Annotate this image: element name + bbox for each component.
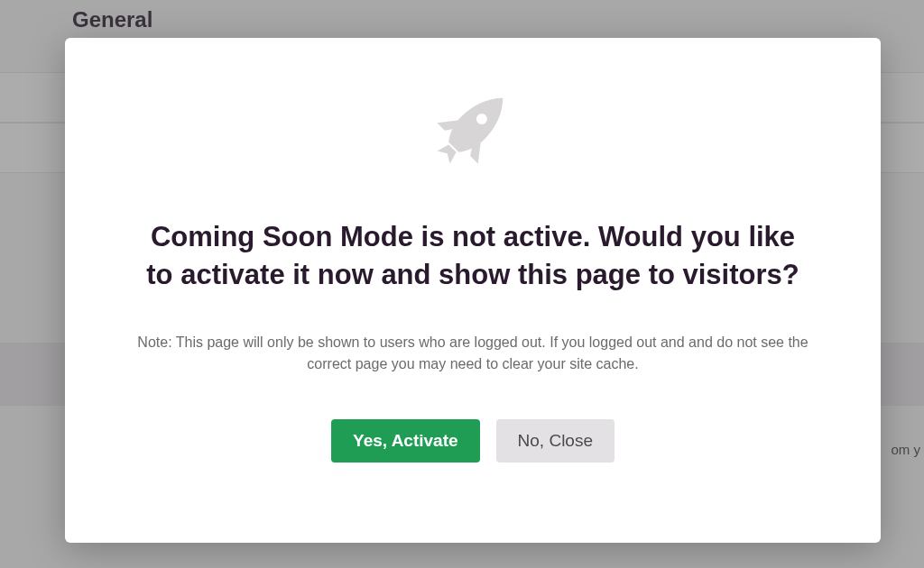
modal-actions: Yes, Activate No, Close <box>331 419 614 463</box>
activation-modal: Coming Soon Mode is not active. Would yo… <box>65 38 881 543</box>
modal-overlay[interactable]: Coming Soon Mode is not active. Would yo… <box>0 0 924 568</box>
yes-activate-button[interactable]: Yes, Activate <box>331 419 480 463</box>
no-close-button[interactable]: No, Close <box>496 419 614 463</box>
rocket-icon <box>428 83 518 173</box>
modal-title: Coming Soon Mode is not active. Would yo… <box>139 218 807 294</box>
modal-note: Note: This page will only be shown to us… <box>121 332 825 377</box>
